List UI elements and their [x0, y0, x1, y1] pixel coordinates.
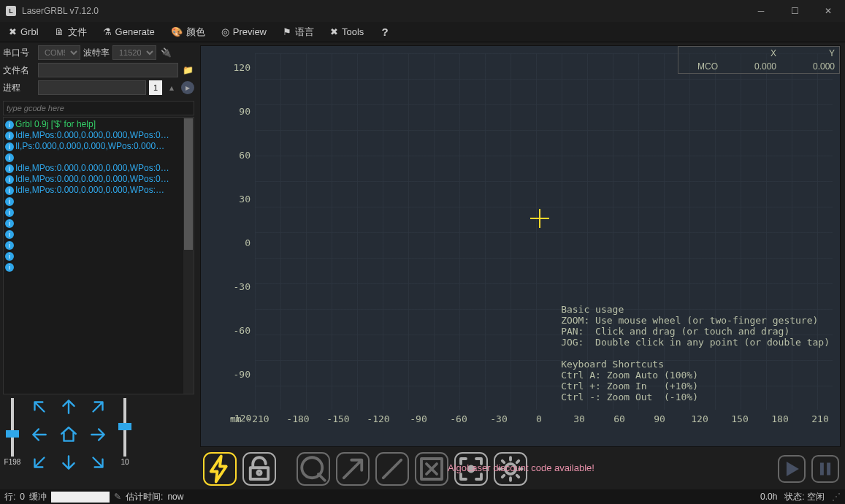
x-tick: -210 [246, 413, 269, 424]
unit-label: mm [230, 413, 242, 424]
jog-right[interactable] [85, 422, 111, 447]
gcode-input[interactable] [3, 101, 194, 115]
menu-preview[interactable]: ◎Preview [218, 25, 269, 39]
menu-colors[interactable]: 🎨颜色 [168, 24, 208, 40]
lock-button[interactable] [242, 452, 276, 486]
menu-help[interactable]: ? [377, 24, 392, 39]
step-slider-label: 10 [121, 458, 129, 466]
frame-button[interactable] [336, 452, 370, 486]
jog-down-left[interactable] [26, 450, 53, 475]
menu-grbl[interactable]: ✖Grbl [6, 25, 42, 39]
menu-grbl-label: Grbl [20, 26, 39, 37]
play-button[interactable] [778, 455, 806, 483]
y-tick: -60 [229, 325, 251, 336]
y-tick: 120 [229, 62, 251, 73]
coord-x-value: 0.000 [722, 60, 781, 73]
console-line: i [5, 196, 192, 207]
jog-up[interactable] [56, 394, 82, 419]
jog-down[interactable] [56, 450, 82, 475]
progress-label: 进程 [3, 82, 35, 94]
close-button[interactable]: ✕ [811, 0, 845, 22]
svg-rect-5 [827, 463, 830, 476]
console-line: i [5, 207, 192, 218]
y-tick: 90 [229, 106, 251, 117]
x-tick: 30 [573, 413, 585, 424]
y-tick: -30 [229, 281, 251, 292]
x-tick: -150 [326, 413, 349, 424]
promo-link[interactable]: AlgoLaser discount code available! [448, 462, 594, 473]
console-line: iIdle,MPos:0.000,0.000,0.000,WPos:0… [5, 163, 192, 174]
step-slider[interactable]: 10 [115, 398, 134, 471]
menu-preview-label: Preview [233, 26, 267, 37]
buffer-label: 缓冲 [29, 491, 47, 503]
feed-slider-label: F198 [4, 458, 21, 466]
com-port-select[interactable]: COM5 [38, 45, 80, 60]
left-panel: 串口号 COM5 波特率 115200 🔌 文件名 📁 进程 1 ▴ ▸ iGr… [0, 42, 197, 489]
console-line: iIdle,MPos:0.000,0.000,0.000,WPos:0… [5, 130, 192, 141]
tools-icon: ✖ [330, 26, 338, 37]
feed-slider[interactable]: F198 [3, 398, 22, 471]
line-value: 0 [20, 492, 25, 502]
jog-home[interactable] [56, 422, 82, 447]
x-tick: -120 [367, 413, 389, 424]
menu-generate[interactable]: ⚗Generate [100, 25, 158, 39]
refresh-button[interactable] [415, 452, 448, 486]
jog-grid [26, 394, 111, 475]
disconnect-icon[interactable]: 🔌 [159, 46, 172, 59]
jog-left[interactable] [26, 422, 53, 447]
console-scrollbar[interactable] [183, 118, 194, 394]
plot-area[interactable]: XY MCO0.0000.000 1209060300-30-60-90-120… [200, 45, 841, 447]
pause-button[interactable] [811, 455, 839, 483]
window-title: LaserGRBL v7.12.0 [22, 6, 99, 16]
jog-up-left[interactable] [26, 394, 53, 419]
coord-x-label: X [722, 47, 781, 60]
svg-rect-4 [820, 463, 824, 476]
target-icon: ◎ [221, 26, 229, 37]
resize-grip-icon[interactable]: ⋰ [832, 492, 841, 502]
x-tick: 150 [731, 413, 748, 424]
menu-file[interactable]: 🗎文件 [52, 24, 90, 40]
buffer-input[interactable] [51, 492, 110, 503]
app-logo-icon: L [6, 6, 16, 16]
x-tick: -180 [286, 413, 309, 424]
console-line: iIdle,MPos:0.000,0.000,0.000,WPos:… [5, 185, 192, 196]
menu-language-label: 语言 [295, 26, 314, 39]
menu-bar: ✖Grbl 🗎文件 ⚗Generate 🎨颜色 ◎Preview ⚑语言 ✖To… [0, 22, 845, 42]
palette-icon: 🎨 [171, 26, 183, 37]
help-overlay: Basic usage ZOOM: Use mouse wheel (or tw… [561, 304, 830, 402]
coord-mode: MCO [678, 60, 722, 73]
state-label: 状态: [784, 492, 804, 502]
maximize-button[interactable]: ☐ [778, 0, 811, 22]
svg-point-0 [257, 471, 261, 475]
console-output: iGrbl 0.9j ['$' for help]iIdle,MPos:0.00… [3, 117, 194, 394]
coord-readout: XY MCO0.0000.000 [678, 46, 840, 74]
minimize-button[interactable]: ─ [744, 0, 778, 22]
jog-up-right[interactable] [85, 394, 111, 419]
console-line: i [5, 218, 192, 229]
open-file-icon[interactable]: 📁 [181, 64, 194, 77]
filename-label: 文件名 [3, 64, 35, 77]
filename-field[interactable] [38, 63, 178, 77]
pencil-icon[interactable]: ✎ [114, 492, 121, 502]
globe-button[interactable] [297, 452, 330, 486]
state-value: 空闲 [807, 492, 825, 502]
progress-up-icon[interactable]: ▴ [165, 81, 178, 94]
center-button[interactable] [375, 452, 409, 486]
baud-select[interactable]: 115200 [112, 45, 156, 60]
menu-tools[interactable]: ✖Tools [327, 25, 367, 39]
jog-down-right[interactable] [85, 450, 111, 475]
menu-colors-label: 颜色 [186, 26, 205, 39]
line-label: 行: [4, 491, 15, 503]
console-line: i [5, 251, 192, 261]
console-line: i [5, 261, 192, 272]
x-tick: 210 [811, 413, 828, 424]
y-tick: -90 [229, 369, 251, 380]
console-line: i [5, 229, 192, 240]
duration: 0.0h [760, 492, 777, 502]
power-button[interactable] [203, 452, 237, 486]
console-line: i [5, 240, 192, 251]
status-bar: 行: 0 缓冲 ✎ 估计时间: now 0.0h 状态: 空闲 ⋰ [0, 489, 845, 504]
est-label: 估计时间: [126, 491, 163, 503]
progress-play-icon[interactable]: ▸ [181, 81, 194, 94]
menu-language[interactable]: ⚑语言 [280, 24, 317, 40]
